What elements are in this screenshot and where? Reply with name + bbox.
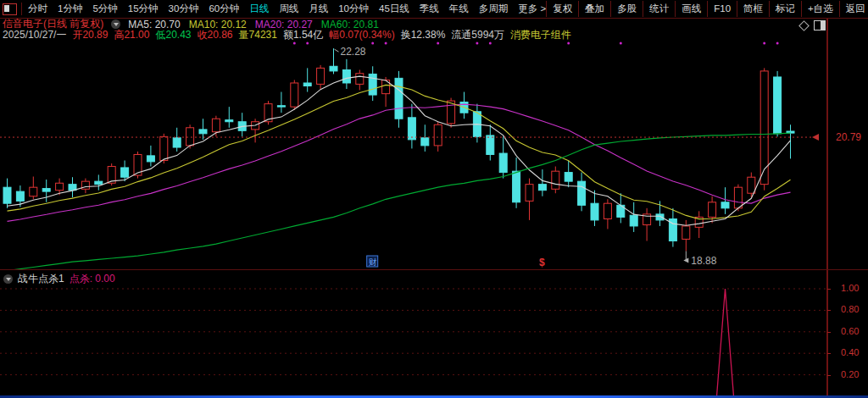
toolbar-button[interactable]: 画线 (675, 1, 707, 17)
high-annotation-label: 22.28 (341, 46, 366, 58)
period-tab[interactable]: 60分钟 (209, 3, 239, 15)
down-candle-body (16, 191, 24, 201)
period-tab[interactable]: 15分钟 (128, 3, 159, 15)
down-candle-body (408, 118, 415, 140)
indicator-svg[interactable] (0, 271, 826, 398)
down-candle-body (538, 185, 546, 191)
indicator-sub-chart[interactable] (0, 271, 826, 398)
period-tab[interactable]: 30分钟 (169, 3, 199, 15)
down-candle-body (42, 189, 50, 192)
down-candle-body (578, 181, 586, 205)
period-tab[interactable]: 5分钟 (92, 3, 117, 15)
up-candle-body (552, 171, 559, 189)
candlestick-svg[interactable]: 22.2818.88财$ (0, 41, 826, 269)
axis-tick (827, 332, 831, 333)
up-candle-body (30, 187, 37, 196)
down-candle-body (225, 120, 233, 122)
toolbar-button[interactable]: 叠加 (578, 1, 610, 17)
toolbar-button[interactable]: 统计 (643, 1, 675, 17)
period-tab[interactable]: 年线 (449, 3, 469, 15)
up-candle-body (526, 185, 533, 202)
toolbar-button[interactable]: 多股 (610, 1, 643, 17)
up-candle-body (682, 226, 690, 239)
sub-axis-label: 0.80 (841, 304, 859, 314)
period-tab[interactable]: 更多 > (518, 3, 546, 15)
period-tab[interactable]: 周线 (279, 3, 298, 15)
candles-group (3, 48, 794, 251)
period-tab[interactable]: 1分钟 (58, 3, 82, 15)
indicator-spike-line (0, 289, 797, 396)
signal-dot (776, 42, 779, 45)
axis-tick (827, 310, 831, 311)
up-candle-body (604, 203, 611, 218)
toolbar-button[interactable]: 返回 (839, 1, 868, 17)
period-toolbar: 分时1分钟5分钟15分钟30分钟60分钟日线周线月线10分钟45日线季线年线多周… (0, 0, 868, 19)
sub-chart-header: 战牛点杀1 点杀: 0.00 (3, 272, 115, 286)
split-panel-icon[interactable] (814, 20, 826, 30)
period-tab[interactable]: 日线 (249, 3, 269, 15)
up-candle-body (317, 68, 325, 84)
down-candle-body (95, 181, 103, 185)
signal-dot (306, 42, 309, 45)
signal-dot (293, 42, 296, 45)
down-candle-body (591, 203, 598, 220)
sub-axis-label: 0.20 (841, 369, 859, 379)
period-tab[interactable]: 月线 (309, 3, 328, 15)
quote-row: 2025/10/27/一开20.89高21.00低20.43收20.86量742… (3, 30, 571, 41)
down-candle-body (721, 202, 729, 208)
signal-dot (763, 42, 765, 45)
toolbar-button[interactable]: +自选 (801, 1, 839, 17)
down-candle-body (395, 78, 403, 119)
toolbar-button[interactable]: F10 (707, 1, 737, 17)
down-candle-body (421, 138, 429, 146)
main-candle-chart[interactable]: 22.2818.88财$ (0, 41, 826, 273)
up-candle-body (734, 187, 742, 208)
signal-dot (385, 42, 387, 45)
sub-axis-label: 1.00 (841, 283, 859, 293)
panel-separator (0, 269, 868, 270)
period-tab[interactable]: 多周期 (479, 3, 509, 15)
toolbar-button[interactable]: 简框 (737, 1, 769, 17)
axis-tick (827, 289, 831, 290)
period-tab[interactable]: 45日线 (379, 3, 409, 15)
indicator-name: 战牛点杀1 (18, 272, 64, 286)
signal-dot (476, 42, 478, 45)
down-candle-body (487, 135, 494, 155)
down-candle-body (774, 77, 782, 134)
report-marker-label: 财 (369, 257, 377, 267)
down-candle-body (277, 106, 285, 107)
up-candle-body (56, 183, 64, 190)
period-tabs: 分时1分钟5分钟15分钟30分钟60分钟日线周线月线10分钟45日线季线年线多周… (28, 3, 546, 15)
toolbar-button[interactable]: 标记 (769, 1, 801, 17)
down-candle-body (513, 171, 520, 202)
price-arrow-icon (812, 134, 819, 141)
down-candle-body (173, 138, 181, 147)
low-annotation-label: 18.88 (691, 255, 716, 267)
period-tab[interactable]: 10分钟 (338, 3, 369, 15)
down-candle-body (147, 156, 154, 162)
down-candle-body (656, 214, 664, 220)
last-price-label: 20.79 (836, 131, 861, 143)
up-candle-body (186, 128, 194, 146)
toolbar-buttons: 复权叠加多股统计画线F10简框标记+自选返回 (546, 1, 868, 17)
period-tab[interactable]: 分时 (28, 3, 47, 15)
sub-axis-label: 0.60 (841, 326, 859, 336)
indicator-value: 点杀: 0.00 (70, 272, 115, 286)
down-candle-body (499, 153, 507, 173)
up-candle-body (760, 71, 768, 185)
toolbar-divider (21, 3, 22, 15)
down-candle-body (630, 215, 637, 226)
down-candle-body (330, 66, 337, 71)
signal-dot (371, 42, 374, 45)
diamond-icon[interactable] (798, 20, 810, 31)
toolbar-button[interactable]: 复权 (546, 1, 578, 17)
up-candle-body (356, 74, 364, 85)
high-annotation-arrow (335, 49, 339, 52)
period-tab[interactable]: 季线 (420, 3, 439, 15)
window-layout-icon[interactable] (3, 3, 17, 15)
signal-dot (437, 42, 439, 45)
up-candle-body (748, 177, 755, 193)
up-candle-body (291, 83, 298, 107)
collapse-sub-icon[interactable] (3, 274, 13, 284)
dividend-marker-label: $ (539, 257, 545, 268)
